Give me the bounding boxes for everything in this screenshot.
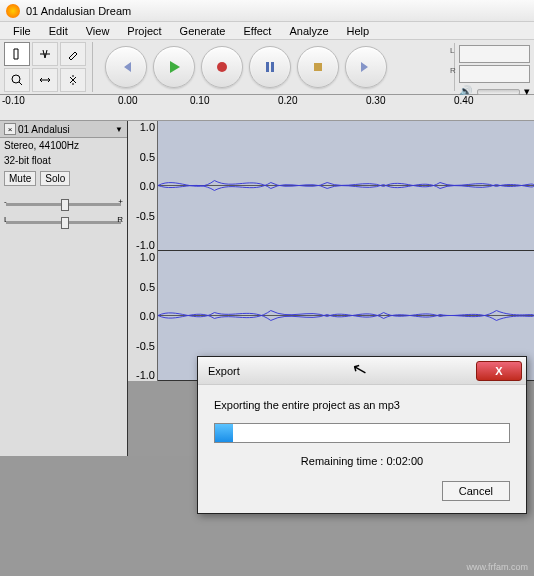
track-name[interactable]: 01 Andalusi [18,124,113,135]
mute-button[interactable]: Mute [4,171,36,186]
svg-point-0 [12,75,20,83]
svg-rect-4 [314,63,322,71]
menu-help[interactable]: Help [338,23,379,39]
stop-button[interactable] [297,46,339,88]
skip-end-button[interactable] [345,46,387,88]
svg-rect-2 [266,62,269,72]
vscale-left: 1.00.50.0-0.5-1.0 [128,121,158,251]
pan-slider[interactable]: L R [6,215,121,229]
menu-effect[interactable]: Effect [234,23,280,39]
dialog-titlebar[interactable]: Export X [198,357,526,385]
progress-bar [214,423,510,443]
timeshift-tool[interactable] [32,68,58,92]
cancel-button[interactable]: Cancel [442,481,510,501]
menu-project[interactable]: Project [118,23,170,39]
skip-start-button[interactable] [105,46,147,88]
svg-rect-3 [271,62,274,72]
watermark: www.frfam.com [466,562,528,572]
volume-slider[interactable] [477,89,520,95]
gain-slider[interactable]: - + [6,197,121,211]
menu-edit[interactable]: Edit [40,23,77,39]
envelope-tool[interactable] [32,42,58,66]
menu-analyze[interactable]: Analyze [280,23,337,39]
channel-left[interactable]: 1.00.50.0-0.5-1.0 [128,121,534,251]
app-icon [6,4,20,18]
zoom-tool[interactable] [4,68,30,92]
export-message: Exporting the entire project as an mp3 [214,399,510,411]
track-menu-arrow[interactable]: ▼ [115,125,123,134]
track-bits: 32-bit float [0,153,127,168]
dialog-title: Export [208,365,476,377]
play-button[interactable] [153,46,195,88]
meter-left[interactable]: L [459,45,530,63]
dialog-close-button[interactable]: X [476,361,522,381]
remaining-time: Remaining time : 0:02:00 [214,455,510,467]
track-panel: × 01 Andalusi ▼ Stereo, 44100Hz 32-bit f… [0,121,128,456]
pause-button[interactable] [249,46,291,88]
track-format: Stereo, 44100Hz [0,138,127,153]
track-close-button[interactable]: × [4,123,16,135]
export-dialog: Export X Exporting the entire project as… [197,356,527,514]
vscale-right: 1.00.50.0-0.5-1.0 [128,251,158,381]
waveform-left[interactable] [158,121,534,250]
selection-tool[interactable] [4,42,30,66]
meter-right[interactable]: R [459,65,530,83]
record-button[interactable] [201,46,243,88]
draw-tool[interactable] [60,42,86,66]
toolbar: L R 🔊 ▾ [0,40,534,95]
menu-view[interactable]: View [77,23,119,39]
titlebar: 01 Andalusian Dream [0,0,534,22]
time-ruler[interactable]: -0.10 0.00 0.10 0.20 0.30 0.40 [0,95,534,121]
solo-button[interactable]: Solo [40,171,70,186]
menubar: File Edit View Project Generate Effect A… [0,22,534,40]
menu-generate[interactable]: Generate [171,23,235,39]
menu-file[interactable]: File [4,23,40,39]
transport [105,46,387,88]
svg-point-1 [217,62,227,72]
meters: L R 🔊 ▾ [454,43,534,91]
tool-grid [4,42,93,92]
multi-tool[interactable] [60,68,86,92]
window-title: 01 Andalusian Dream [26,5,131,17]
